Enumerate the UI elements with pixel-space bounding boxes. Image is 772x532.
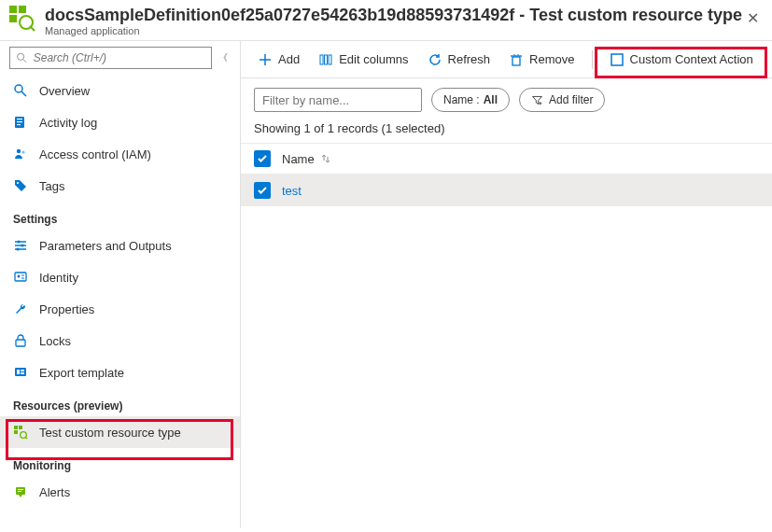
svg-line-35: [25, 437, 27, 439]
add-button[interactable]: Add: [250, 46, 307, 74]
sidebar-item-activity-log[interactable]: Activity log: [0, 106, 240, 138]
refresh-button[interactable]: Refresh: [420, 46, 498, 74]
checkmark-icon: [257, 185, 268, 196]
sidebar-item-label: Identity: [39, 271, 78, 285]
pill-label: Add filter: [549, 93, 593, 106]
sidebar-item-label: Access control (IAM): [39, 147, 151, 161]
search-input[interactable]: [34, 51, 205, 64]
sidebar-item-locks[interactable]: Locks: [0, 325, 240, 357]
toolbar: Add Edit columns Refresh Remove Custom C…: [241, 41, 772, 78]
sidebar-section-settings: Settings: [0, 202, 240, 230]
sidebar-item-identity[interactable]: Identity: [0, 261, 240, 293]
pill-value: All: [484, 93, 498, 106]
search-icon: [16, 51, 28, 64]
sidebar-item-properties[interactable]: Properties: [0, 293, 240, 325]
add-filter-icon: [531, 94, 543, 106]
custom-context-action-button[interactable]: Custom Context Action: [602, 46, 761, 74]
refresh-icon: [428, 52, 442, 67]
svg-rect-43: [329, 55, 331, 64]
plus-icon: [258, 52, 273, 67]
export-template-icon: [13, 365, 28, 380]
toolbar-label: Refresh: [448, 52, 491, 66]
table-header: Name: [241, 143, 772, 175]
svg-rect-44: [512, 57, 520, 65]
table-row[interactable]: test: [241, 175, 772, 206]
checkmark-icon: [257, 153, 268, 164]
close-button[interactable]: ✕: [743, 6, 763, 31]
toolbar-label: Edit columns: [339, 52, 408, 66]
svg-point-14: [21, 150, 24, 153]
add-filter-button[interactable]: Add filter: [519, 88, 605, 112]
svg-rect-29: [21, 370, 24, 371]
svg-point-19: [21, 245, 24, 247]
tags-icon: [13, 178, 28, 193]
sidebar-item-iam[interactable]: Access control (IAM): [0, 138, 240, 170]
sidebar-item-test-custom-resource[interactable]: Test custom resource type: [0, 416, 240, 448]
svg-rect-32: [19, 426, 22, 429]
filter-by-name-input[interactable]: [254, 88, 422, 112]
app-icon: [9, 6, 35, 32]
pill-prefix: Name :: [443, 93, 480, 106]
name-column-header[interactable]: Name: [282, 152, 331, 166]
sidebar-item-label: Properties: [39, 302, 94, 316]
row-checkbox[interactable]: [254, 182, 271, 199]
sidebar-item-label: Test custom resource type: [39, 426, 181, 440]
sidebar-section-resources: Resources (preview): [0, 388, 240, 416]
sidebar-section-monitoring: Monitoring: [0, 448, 240, 476]
page-subtitle: Managed application: [45, 25, 743, 36]
svg-rect-11: [17, 121, 22, 122]
sidebar-item-alerts[interactable]: Alerts: [0, 476, 240, 508]
svg-line-4: [30, 26, 35, 31]
custom-resource-icon: [13, 425, 28, 440]
locks-icon: [13, 333, 28, 348]
sidebar-item-tags[interactable]: Tags: [0, 170, 240, 202]
svg-rect-31: [14, 426, 18, 429]
page-title: docsSampleDefinition0ef25a0727e54263b19d…: [45, 6, 743, 25]
alerts-icon: [13, 484, 28, 499]
svg-point-17: [18, 241, 21, 244]
overview-icon: [13, 83, 28, 98]
sidebar-item-label: Parameters and Outputs: [39, 239, 172, 253]
svg-line-6: [23, 60, 26, 63]
svg-point-13: [17, 149, 21, 153]
svg-point-21: [17, 248, 20, 251]
sort-icon: [320, 153, 331, 164]
sidebar-item-export-template[interactable]: Export template: [0, 357, 240, 388]
svg-rect-0: [9, 6, 17, 13]
sidebar-item-label: Tags: [39, 179, 64, 193]
remove-button[interactable]: Remove: [501, 46, 582, 74]
svg-rect-37: [18, 489, 23, 490]
page-header: docsSampleDefinition0ef25a0727e54263b19d…: [0, 0, 772, 41]
svg-rect-28: [17, 370, 20, 374]
sidebar-search[interactable]: [9, 47, 212, 69]
sidebar-item-label: Locks: [39, 334, 71, 348]
svg-rect-48: [611, 54, 623, 65]
svg-line-8: [21, 91, 26, 96]
row-name-link[interactable]: test: [282, 184, 302, 198]
svg-rect-30: [21, 372, 24, 374]
name-filter-pill[interactable]: Name : All: [431, 88, 510, 112]
sidebar-item-parameters[interactable]: Parameters and Outputs: [0, 230, 240, 261]
records-status: Showing 1 of 1 records (1 selected): [241, 118, 772, 143]
svg-point-15: [17, 182, 19, 184]
svg-rect-2: [9, 15, 17, 22]
main-content: Add Edit columns Refresh Remove Custom C…: [241, 41, 772, 528]
svg-point-23: [18, 275, 21, 278]
select-all-checkbox[interactable]: [254, 150, 271, 167]
trash-icon: [509, 52, 524, 67]
svg-rect-42: [325, 55, 328, 64]
edit-columns-button[interactable]: Edit columns: [311, 46, 415, 74]
custom-action-icon: [610, 52, 625, 67]
sidebar-item-overview[interactable]: Overview: [0, 75, 240, 106]
svg-point-5: [18, 53, 24, 60]
svg-rect-10: [17, 119, 22, 119]
toolbar-label: Remove: [529, 52, 574, 66]
sidebar: 《 Overview Activity log Access control (…: [0, 41, 241, 528]
svg-point-7: [15, 85, 22, 92]
svg-rect-38: [18, 491, 21, 492]
collapse-sidebar-button[interactable]: 《: [216, 51, 231, 64]
identity-icon: [13, 270, 28, 285]
properties-icon: [13, 301, 28, 316]
toolbar-separator: [592, 50, 593, 69]
parameters-icon: [13, 238, 28, 253]
